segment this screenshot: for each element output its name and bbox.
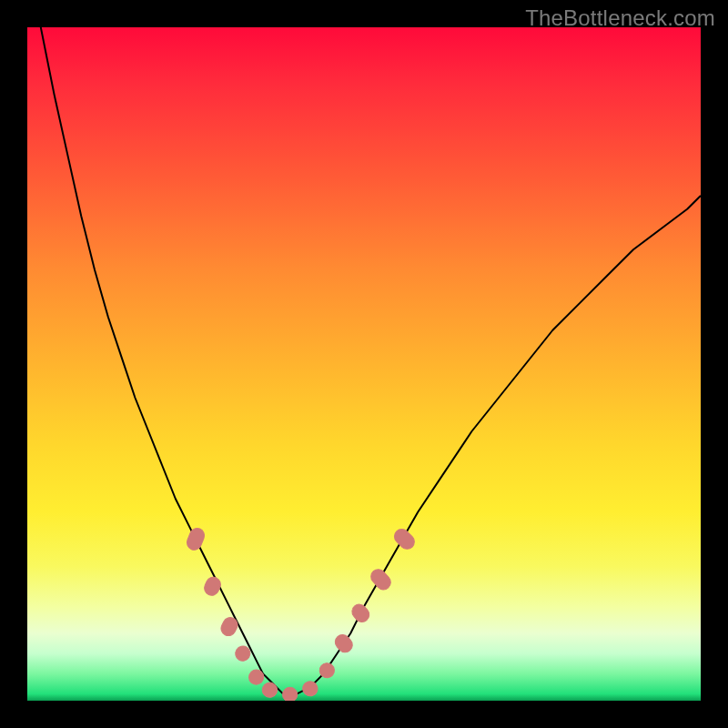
data-marker — [332, 632, 356, 655]
data-marker — [391, 526, 418, 552]
data-marker — [185, 526, 207, 552]
data-marker — [300, 679, 320, 698]
data-marker — [349, 602, 372, 625]
curve-layer — [27, 27, 701, 701]
data-marker — [218, 615, 240, 638]
data-marker — [260, 681, 279, 700]
data-marker — [283, 687, 298, 701]
data-marker — [368, 566, 393, 592]
chart-figure: TheBottleneck.com — [0, 0, 728, 728]
data-marker — [202, 575, 223, 598]
data-marker — [246, 667, 267, 688]
plot-area — [27, 27, 701, 701]
